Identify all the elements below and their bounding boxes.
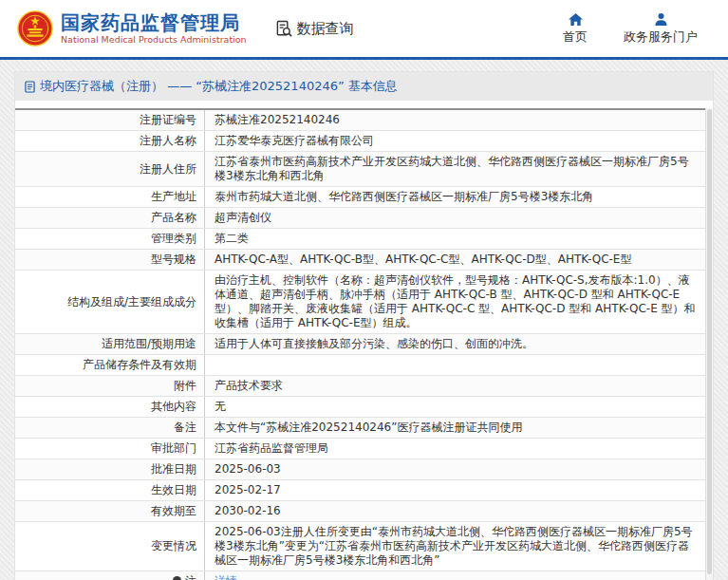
table-row: 附件产品技术要求 — [15, 376, 705, 397]
row-label: 产品储存条件及有效期 — [15, 355, 205, 375]
table-row: 型号规格AHTK-QC-A型、AHTK-QC-B型、AHTK-QC-C型、AHT… — [15, 250, 705, 271]
breadcrumb: 境内医疗器械（注册） —— “苏械注准20252140246” 基本信息 — [15, 72, 713, 101]
row-label: 注册人名称 — [15, 131, 205, 151]
row-value — [205, 355, 705, 375]
nav-gov-portal-label: 政务服务门户 — [624, 28, 698, 46]
row-value: 超声清创仪 — [205, 208, 705, 228]
table-row: 注详情 — [15, 571, 705, 580]
nav-gov-portal[interactable]: 政务服务门户 — [624, 12, 698, 46]
table-row: 审批部门江苏省药品监督管理局 — [15, 439, 705, 459]
table-row: 注册人名称江苏爱华泰克医疗器械有限公司 — [15, 131, 705, 152]
row-label: 注 — [15, 571, 205, 580]
brand-block: 国家药品监督管理局 National Medical Products Admi… — [61, 11, 247, 46]
row-value: 详情 — [205, 571, 705, 580]
table-row: 注册人住所江苏省泰州市医药高新技术产业开发区药城大道北侧、华佗路西侧医疗器械区一… — [15, 152, 705, 187]
row-value: 江苏爱华泰克医疗器械有限公司 — [205, 131, 705, 151]
row-label: 备注 — [15, 418, 205, 438]
row-label: 注册人住所 — [15, 152, 205, 186]
table-row: 生效日期2025-02-17 — [15, 480, 705, 501]
table-row: 变更情况2025-06-03注册人住所变更由“泰州市药城大道北侧、华佗路西侧医疗… — [15, 522, 705, 571]
info-table-body: 注册证编号苏械注准20252140246注册人名称江苏爱华泰克医疗器械有限公司注… — [15, 108, 705, 580]
row-label: 管理类别 — [15, 229, 205, 249]
row-value: 江苏省泰州市医药高新技术产业开发区药城大道北侧、华佗路西侧医疗器械区一期标准厂房… — [205, 152, 705, 186]
row-label: 审批部门 — [15, 439, 205, 458]
nav-home[interactable]: 首页 — [563, 12, 588, 46]
bulb-icon — [173, 576, 181, 580]
row-value: 苏械注准20252140246 — [205, 110, 705, 130]
breadcrumb-text: 境内医疗器械（注册） —— “苏械注准20252140246” 基本信息 — [40, 78, 398, 95]
row-label: 其他内容 — [15, 397, 205, 417]
row-value: 产品技术要求 — [205, 376, 705, 396]
org-name-zh: 国家药品监督管理局 — [61, 11, 247, 34]
document-icon — [25, 81, 35, 93]
header-divider — [0, 57, 728, 60]
row-value: 无 — [205, 397, 705, 417]
table-row: 适用范围/预期用途适用于人体可直接接触及部分污染、感染的伤口、创面的冲洗。 — [15, 334, 705, 355]
row-value: 2030-02-16 — [205, 501, 705, 521]
scrollbar-thumb[interactable] — [707, 109, 712, 574]
table-row: 产品储存条件及有效期 — [15, 355, 705, 376]
row-value: 由治疗主机、控制软件（名称：超声清创仪软件，型号规格：AHTK-QC-S,发布版… — [205, 271, 705, 333]
table-scrollbar[interactable] — [705, 108, 713, 580]
detail-link[interactable]: 详情 — [215, 574, 237, 580]
data-query-button[interactable]: 数据查询 — [275, 20, 354, 38]
table-row: 产品名称超声清创仪 — [15, 208, 705, 229]
table-row: 管理类别第二类 — [15, 229, 705, 250]
table-row: 有效期至2030-02-16 — [15, 501, 705, 522]
table-zone: 注册证编号苏械注准20252140246注册人名称江苏爱华泰克医疗器械有限公司注… — [15, 101, 713, 580]
row-label: 附件 — [15, 376, 205, 396]
row-value: 适用于人体可直接接触及部分污染、感染的伤口、创面的冲洗。 — [205, 334, 705, 354]
table-row: 结构及组成/主要组成成分由治疗主机、控制软件（名称：超声清创仪软件，型号规格：A… — [15, 271, 705, 334]
top-nav: 首页 政务服务门户 — [563, 12, 711, 46]
row-value: AHTK-QC-A型、AHTK-QC-B型、AHTK-QC-C型、AHTK-QC… — [205, 250, 705, 270]
row-label: 注册证编号 — [15, 110, 205, 130]
content-card: 境内医疗器械（注册） —— “苏械注准20252140246” 基本信息 注册证… — [14, 71, 714, 580]
nav-home-label: 首页 — [563, 28, 588, 46]
row-value: 本文件与“苏械注准20252140246”医疗器械注册证共同使用 — [205, 418, 705, 438]
row-label: 批准日期 — [15, 459, 205, 479]
table-row: 批准日期2025-06-03 — [15, 459, 705, 480]
row-label: 适用范围/预期用途 — [15, 334, 205, 354]
table-row: 其他内容无 — [15, 397, 705, 418]
row-value: 2025-06-03 — [205, 459, 705, 479]
top-header: 国家药品监督管理局 National Medical Products Admi… — [0, 0, 728, 57]
data-query-label: 数据查询 — [297, 20, 354, 38]
row-label: 生效日期 — [15, 480, 205, 500]
row-value: 2025-02-17 — [205, 480, 705, 500]
row-value: 2025-06-03注册人住所变更由“泰州市药城大道北侧、华佗路西侧医疗器械区一… — [205, 522, 705, 571]
row-label: 生产地址 — [15, 187, 205, 207]
row-label: 型号规格 — [15, 250, 205, 270]
row-value: 泰州市药城大道北侧、华佗路西侧医疗器械区一期标准厂房5号楼3楼东北角 — [205, 187, 705, 207]
table-row: 注册证编号苏械注准20252140246 — [15, 110, 705, 131]
row-label: 有效期至 — [15, 501, 205, 521]
table-row: 生产地址泰州市药城大道北侧、华佗路西侧医疗器械区一期标准厂房5号楼3楼东北角 — [15, 187, 705, 208]
national-emblem-logo — [17, 10, 53, 47]
data-query-doc-search-icon — [275, 20, 293, 38]
row-value: 第二类 — [205, 229, 705, 249]
row-label: 产品名称 — [15, 208, 205, 228]
org-name-en: National Medical Products Administration — [61, 34, 247, 46]
person-icon — [654, 12, 668, 27]
table-row: 备注本文件与“苏械注准20252140246”医疗器械注册证共同使用 — [15, 418, 705, 439]
row-label: 结构及组成/主要组成成分 — [15, 271, 205, 333]
home-icon — [568, 12, 584, 27]
row-label: 变更情况 — [15, 522, 205, 571]
row-value: 江苏省药品监督管理局 — [205, 439, 705, 458]
